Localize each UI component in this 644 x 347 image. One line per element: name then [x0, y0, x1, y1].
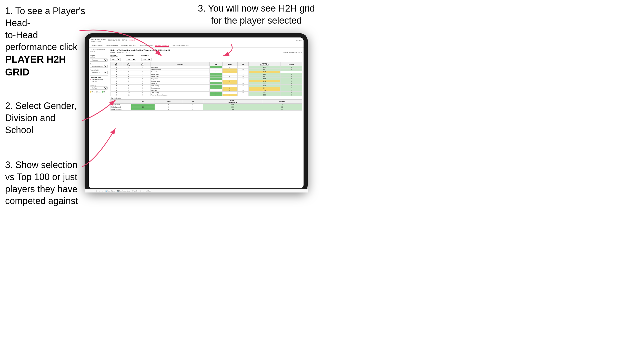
- conference-select[interactable]: (All): [126, 58, 136, 61]
- ood-table-cell: 0: [155, 104, 183, 106]
- table-cell: 1: [209, 66, 222, 69]
- sub-nav: TEAM SUMMARY TEAM H2H GRID TEAM H2H HEAT…: [89, 43, 304, 48]
- table-cell: 10: [111, 75, 122, 78]
- sub-nav-team-h2h-heatmap[interactable]: TEAM H2H HEATMAP: [120, 44, 136, 47]
- nav-teams[interactable]: TEAMS: [122, 39, 127, 41]
- radio-opponents-played[interactable]: Opponents Played: [90, 79, 108, 80]
- table-cell: 3: [280, 73, 302, 75]
- opponent-radio-group: Opponents Played Top 100: [90, 79, 108, 82]
- ood-col-win: Win: [131, 100, 155, 104]
- table-cell: 2: [135, 69, 150, 71]
- table-cell: 13: [111, 80, 122, 82]
- ood-table-cell: NAIA Division 1: [111, 106, 131, 108]
- radio-circle-top100: [90, 81, 91, 82]
- table-cell: 1: [122, 80, 135, 82]
- table-row: 1822Euna Lee40-5.002: [111, 89, 302, 92]
- table-cell: 10: [122, 92, 135, 94]
- nav-committee[interactable]: COMMITTEE: [129, 39, 139, 41]
- sidebar-gender: Gender Women's Men's: [90, 57, 108, 62]
- table-cell: [222, 85, 237, 87]
- table-cell: 6: [280, 94, 302, 96]
- table-cell: 7: [280, 87, 302, 89]
- legend-up: Up: [102, 91, 105, 93]
- table-cell: 5: [135, 85, 150, 87]
- table-cell: Andrea York: [150, 75, 209, 78]
- main-table: #Div #Reg #Conf Opponent Win Loss Tie Di…: [110, 62, 302, 96]
- table-cell: 0: [238, 85, 249, 87]
- sub-nav-team-h2h-grid[interactable]: TEAM H2H GRID: [106, 44, 118, 47]
- ood-table-cell: 15: [131, 106, 155, 108]
- sidebar: Last Updated: 27/03/202416:55:38 Player …: [89, 48, 109, 188]
- ood-table-cell: 0: [155, 108, 183, 111]
- table-row: 1585Stella Cheng101.254: [111, 85, 302, 87]
- out-of-division-label: Out of division: [110, 97, 302, 99]
- table-cell: 3: [111, 66, 122, 69]
- table-cell: 1: [122, 66, 135, 69]
- table-cell: 15: [111, 85, 122, 87]
- table-cell: 1: [135, 66, 150, 69]
- sidebar-opponent-view: Opponent view Opponents Played Top 100: [90, 77, 108, 82]
- col-conf: #Conf: [135, 62, 150, 66]
- table-row: 522Alexis Sudjianto104.003: [111, 69, 302, 71]
- col-reg: #Reg: [122, 62, 135, 66]
- ood-table-cell: 0: [183, 104, 203, 106]
- ood-table-cell: 10: [262, 108, 302, 111]
- opponent-select[interactable]: (All): [141, 58, 152, 61]
- table-cell: 7: [122, 82, 135, 85]
- logo: SCOREBOARD Powered by clippd: [91, 38, 106, 42]
- table-cell: [209, 69, 222, 71]
- sub-nav-player-h2h-heatmap[interactable]: PLAYER H2H HEATMAP: [172, 44, 189, 47]
- table-cell: 1: [222, 94, 237, 96]
- ood-table-cell: 0: [155, 106, 183, 108]
- table-cell: [280, 71, 302, 73]
- player-rank-select[interactable]: 8. Katelyn Vo: [90, 71, 108, 74]
- region-select[interactable]: (All): [110, 58, 121, 61]
- sub-nav-player-h2h-grid[interactable]: PLAYER H2H GRID: [155, 44, 169, 47]
- table-cell: 4: [222, 89, 237, 92]
- table-cell: 0: [238, 75, 249, 78]
- table-cell: 0: [238, 78, 249, 80]
- filter-region: Region Opponents: (All): [110, 54, 121, 61]
- nav-tournaments[interactable]: TOURNAMENTS: [108, 39, 120, 41]
- table-cell: 5: [135, 78, 150, 80]
- table-cell: 18: [111, 89, 122, 92]
- ood-table-cell: 4.500: [203, 104, 262, 106]
- table-cell: 2: [280, 89, 302, 92]
- table-cell: 0: [209, 71, 222, 73]
- table-cell: Emily Chang: [150, 92, 209, 94]
- col-div: #Div: [111, 62, 122, 66]
- instruction-bottom-left: 3. Show selection vs Top 100 or just pla…: [5, 159, 85, 207]
- table-cell: 3: [135, 75, 150, 78]
- division-select[interactable]: NCAA Division III NCAA Division I NCAA D…: [90, 65, 108, 68]
- radio-top100[interactable]: Top 100: [90, 81, 108, 82]
- table-cell: Esther Lee: [150, 66, 209, 69]
- table-cell: 1: [122, 73, 135, 75]
- col-rounds: Rounds: [280, 62, 302, 66]
- ood-col-tie: Tie: [183, 100, 203, 104]
- sub-nav-team-summary[interactable]: TEAM SUMMARY: [91, 44, 103, 47]
- table-cell: Jessica Huang: [150, 80, 209, 82]
- sidebar-timestamp: Last Updated: 27/03/202416:55:38: [90, 49, 108, 52]
- table-cell: [238, 71, 249, 73]
- table-cell: -1.00: [248, 71, 280, 73]
- table-row: 311Esther Lee101.504: [111, 66, 302, 69]
- nav-sign-out[interactable]: | Sign out: [295, 40, 301, 41]
- colour-by-select[interactable]: Win/loss: [90, 86, 108, 90]
- ood-table-cell: 30: [262, 106, 302, 108]
- table-cell: 0: [238, 92, 249, 94]
- table-cell: Sydney Kuo: [150, 71, 209, 73]
- tablet-screen: SCOREBOARD Powered by clippd TOURNAMENTS…: [89, 37, 304, 188]
- table-cell: 1: [222, 71, 237, 73]
- table-cell: Stella Cheng: [150, 85, 209, 87]
- table-cell: 4.00: [248, 75, 280, 78]
- instruction-mid-left: 2. Select Gender, Division and School: [5, 100, 82, 136]
- sub-nav-player-summary[interactable]: PLAYER SUMMARY: [138, 44, 153, 47]
- nav-links: TOURNAMENTS TEAMS COMMITTEE: [108, 39, 139, 41]
- table-cell: 6: [122, 75, 135, 78]
- table-cell: -0.94: [248, 87, 280, 89]
- table-cell: 4: [135, 82, 150, 85]
- ood-table-row: NAIA Division 115009.26730: [111, 106, 302, 108]
- table-cell: [222, 73, 237, 75]
- gender-select[interactable]: Women's Men's: [90, 59, 108, 62]
- main-content: Last Updated: 27/03/202416:55:38 Player …: [89, 48, 304, 188]
